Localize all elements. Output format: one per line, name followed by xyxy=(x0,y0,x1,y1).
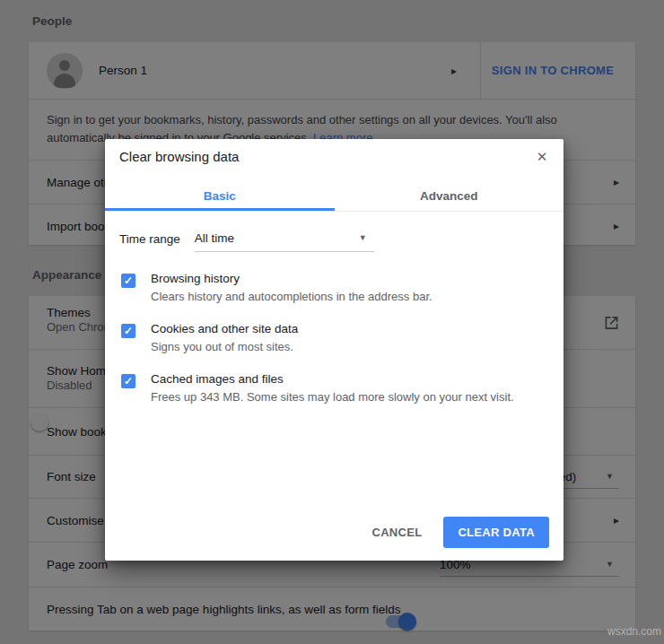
cached-images-checkbox[interactable]: ✓ xyxy=(121,374,135,388)
cached-images-description: Frees up 343 MB. Some sites may load mor… xyxy=(151,390,549,404)
close-icon[interactable]: ✕ xyxy=(532,147,552,167)
dialog-tabs: Basic Advanced xyxy=(105,181,564,212)
clear-browsing-data-dialog: Clear browsing data ✕ Basic Advanced Tim… xyxy=(105,139,564,561)
browsing-history-checkbox[interactable]: ✓ xyxy=(121,274,135,288)
time-range-select[interactable]: All time ▼ xyxy=(195,226,374,252)
cookies-label: Cookies and other site data xyxy=(151,322,549,335)
cached-images-checkbox-row: ✓ Cached images and files Frees up 343 M… xyxy=(121,372,549,404)
cookies-checkbox[interactable]: ✓ xyxy=(121,324,135,338)
cookies-description: Signs you out of most sites. xyxy=(151,340,549,353)
cached-images-label: Cached images and files xyxy=(151,372,549,386)
tab-basic[interactable]: Basic xyxy=(105,181,335,211)
time-range-row: Time range All time ▼ xyxy=(119,226,374,252)
cancel-button[interactable]: CANCEL xyxy=(359,518,434,547)
watermark: wsxdn.com xyxy=(607,625,661,638)
time-range-value: All time xyxy=(195,231,234,245)
dialog-title: Clear browsing data xyxy=(119,149,239,164)
browsing-history-description: Clears history and autocompletions in th… xyxy=(151,290,549,303)
dialog-footer: CANCEL CLEAR DATA xyxy=(359,517,549,548)
dropdown-arrow-icon: ▼ xyxy=(359,234,367,242)
time-range-label: Time range xyxy=(119,232,180,246)
browsing-history-checkbox-row: ✓ Browsing history Clears history and au… xyxy=(121,272,549,303)
cookies-checkbox-row: ✓ Cookies and other site data Signs you … xyxy=(121,322,549,353)
browsing-history-label: Browsing history xyxy=(151,272,549,285)
clear-data-button[interactable]: CLEAR DATA xyxy=(443,517,549,548)
tab-advanced[interactable]: Advanced xyxy=(335,181,564,211)
